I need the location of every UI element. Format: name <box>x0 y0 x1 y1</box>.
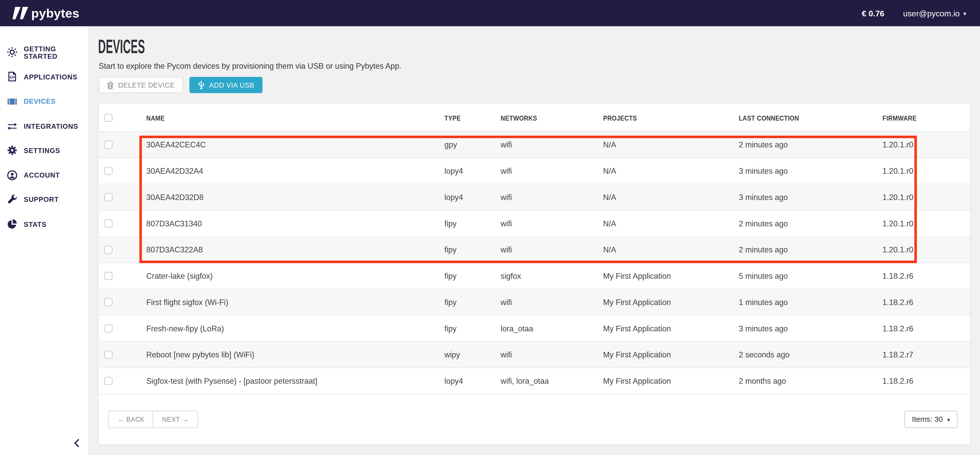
cell-firmware: 1.20.1.r0 <box>882 132 913 158</box>
pybytes-logo[interactable]: pybytes <box>0 6 80 20</box>
sidebar-item-support[interactable]: SUPPORT <box>0 187 89 212</box>
items-per-page-label: Items: 30 <box>912 415 943 423</box>
select-all-checkbox[interactable] <box>105 114 113 122</box>
cell-projects: N/A <box>603 158 616 185</box>
cell-firmware: 1.20.1.r0 <box>882 185 913 211</box>
table-row[interactable]: 807D3AC31340fipywifiN/A2 minutes ago1.20… <box>99 210 970 237</box>
sidebar-item-label: ACCOUNT <box>24 172 60 179</box>
wrench-icon <box>7 194 18 205</box>
table-row[interactable]: Reboot [new pybytes lib] (WiFi)wipywifiM… <box>99 342 970 368</box>
add-via-usb-label: ADD VIA USB <box>209 81 255 89</box>
usb-icon <box>197 80 205 90</box>
row-checkbox[interactable] <box>105 350 113 358</box>
sidebar-item-devices[interactable]: DEVICES <box>0 89 89 114</box>
column-header-last-connection: LAST CONNECTION <box>739 104 810 132</box>
sidebar-item-label: DEVICES <box>24 98 56 105</box>
sidebar-item-account[interactable]: ACCOUNT <box>0 163 89 187</box>
sidebar-item-stats[interactable]: STATS <box>0 212 89 237</box>
cell-name: First flight sigfox (Wi-Fi) <box>146 290 228 316</box>
cell-name: 807D3AC31340 <box>146 210 202 237</box>
table-body: 30AEA42CEC4CgpywifiN/A2 minutes ago1.20.… <box>99 132 970 395</box>
cell-name: 30AEA42D32A4 <box>146 158 203 185</box>
table-row[interactable]: 807D3AC322A8fipywifiN/A2 minutes ago1.20… <box>99 237 970 263</box>
cell-last-connection: 2 minutes ago <box>739 210 788 237</box>
sidebar-item-integrations[interactable]: INTEGRATIONS <box>0 114 89 138</box>
row-checkbox[interactable] <box>105 219 113 227</box>
pybytes-app: pybytes € 0.76 user@pycom.io ▾ GETTING S… <box>0 0 980 455</box>
column-header-networks: NETWORKS <box>501 104 544 132</box>
cell-firmware: 1.20.1.r0 <box>882 210 913 237</box>
cell-firmware: 1.20.1.r0 <box>882 158 913 185</box>
cell-type: fipy <box>444 315 457 342</box>
cell-last-connection: 3 minutes ago <box>739 185 788 211</box>
cell-name: Reboot [new pybytes lib] (WiFi) <box>146 342 254 368</box>
table-row[interactable]: Sigfox-test (with Pysense) - [pastoor pe… <box>99 368 970 395</box>
cell-last-connection: 5 minutes ago <box>739 263 788 290</box>
sidebar-item-applications[interactable]: APPLICATIONS <box>0 65 89 89</box>
table-row[interactable]: First flight sigfox (Wi-Fi)fipywifiMy Fi… <box>99 290 970 316</box>
chevron-down-icon: ▾ <box>963 11 966 17</box>
row-checkbox[interactable] <box>105 193 113 201</box>
back-button[interactable]: ← BACK <box>108 410 154 428</box>
column-header-type: TYPE <box>444 104 463 132</box>
gear-icon <box>7 145 18 156</box>
cell-name: Fresh-new-fipy (LoRa) <box>146 315 224 342</box>
delete-device-label: DELETE DEVICE <box>118 81 175 89</box>
cell-firmware: 1.18.2.r6 <box>882 290 913 316</box>
cell-networks: lora_otaa <box>501 315 533 342</box>
sidebar-item-label: INTEGRATIONS <box>24 122 78 129</box>
table-row[interactable]: Fresh-new-fipy (LoRa)fipylora_otaaMy Fir… <box>99 315 970 342</box>
logo-text: pybytes <box>31 6 79 20</box>
cell-networks: wifi <box>501 342 512 368</box>
chevron-left-icon <box>73 438 81 448</box>
cell-last-connection: 2 minutes ago <box>739 237 788 263</box>
sidebar-nav: GETTING STARTEDAPPLICATIONSDEVICESINTEGR… <box>0 26 89 237</box>
row-checkbox[interactable] <box>105 377 113 385</box>
cell-firmware: 1.18.2.r6 <box>882 263 913 290</box>
cell-projects: N/A <box>603 185 616 211</box>
sun-icon <box>7 47 18 58</box>
items-per-page-dropdown[interactable]: Items: 30 ▾ <box>904 410 958 428</box>
delete-device-button[interactable]: DELETE DEVICE <box>99 77 183 93</box>
cell-firmware: 1.18.2.r6 <box>882 368 913 395</box>
devices-table-card: NAME TYPE NETWORKS PROJECTS LAST CONNECT… <box>98 103 970 445</box>
cell-firmware: 1.18.2.r7 <box>882 342 913 368</box>
sidebar-collapse-button[interactable] <box>70 436 84 450</box>
add-via-usb-button[interactable]: ADD VIA USB <box>189 77 262 93</box>
sidebar-item-label: SETTINGS <box>24 146 60 154</box>
toolbar: DELETE DEVICE ADD VIA USB <box>99 77 262 93</box>
main-content: DEVICES Start to explore the Pycom devic… <box>90 26 980 455</box>
cell-networks: wifi <box>501 210 512 237</box>
cell-last-connection: 1 minutes ago <box>739 290 788 316</box>
row-checkbox[interactable] <box>105 245 113 253</box>
table-row[interactable]: 30AEA42D32A4lopy4wifiN/A3 minutes ago1.2… <box>99 158 970 185</box>
cell-networks: wifi <box>501 290 512 316</box>
cell-type: fipy <box>444 237 457 263</box>
sidebar-item-getting-started[interactable]: GETTING STARTED <box>0 40 89 65</box>
cell-networks: wifi <box>501 185 512 211</box>
user-menu[interactable]: user@pycom.io ▾ <box>903 8 966 18</box>
cell-networks: wifi, lora_otaa <box>501 368 549 395</box>
cell-type: fipy <box>444 210 457 237</box>
user-icon <box>7 170 18 181</box>
cell-networks: sigfox <box>501 263 521 290</box>
row-checkbox[interactable] <box>105 167 113 175</box>
row-checkbox[interactable] <box>105 298 113 306</box>
sidebar-item-settings[interactable]: SETTINGS <box>0 138 89 163</box>
table-row[interactable]: 30AEA42D32D8lopy4wifiN/A3 minutes ago1.2… <box>99 185 970 211</box>
row-checkbox[interactable] <box>105 140 113 148</box>
cell-type: lopy4 <box>444 368 463 395</box>
table-row[interactable]: Crater-lake (sigfox)fipysigfoxMy First A… <box>99 263 970 290</box>
code-file-icon <box>7 72 18 82</box>
cell-name: 30AEA42CEC4C <box>146 132 206 158</box>
pagination: ← BACK NEXT → Items: 30 ▾ <box>99 393 970 444</box>
pycom-logo-icon <box>14 7 27 19</box>
row-checkbox[interactable] <box>105 272 113 280</box>
table-row[interactable]: 30AEA42CEC4CgpywifiN/A2 minutes ago1.20.… <box>99 132 970 158</box>
next-button[interactable]: NEXT → <box>153 410 198 428</box>
cell-projects: N/A <box>603 132 616 158</box>
row-checkbox[interactable] <box>105 324 113 332</box>
cell-last-connection: 2 months ago <box>739 368 786 395</box>
column-header-name: NAME <box>146 104 168 132</box>
cell-type: lopy4 <box>444 158 463 185</box>
